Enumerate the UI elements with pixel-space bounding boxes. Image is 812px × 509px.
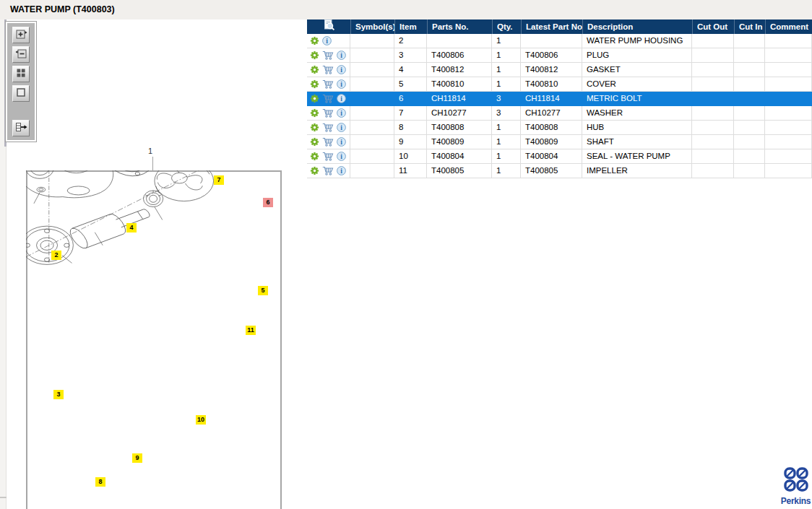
cell-symbols — [350, 92, 394, 106]
cell-parts-no: T400809 — [427, 135, 492, 149]
info-icon[interactable]: i — [337, 137, 346, 147]
callout-2[interactable]: 2 — [51, 251, 61, 260]
settings-gear-icon[interactable] — [310, 137, 319, 147]
table-row[interactable]: i 7 CH10277 3 CH10277 WASHER — [307, 106, 812, 121]
settings-gear-icon[interactable] — [310, 108, 319, 118]
callout-9[interactable]: 9 — [132, 453, 142, 463]
cart-icon[interactable] — [322, 166, 334, 175]
toggle-panel-button[interactable] — [12, 120, 30, 136]
table-row[interactable]: i 2 1 WATER PUMP HOUSING — [307, 34, 812, 48]
svg-text:i: i — [340, 52, 342, 59]
table-row[interactable]: i 5 T400810 1 T400810 COVER — [307, 77, 812, 92]
settings-gear-icon[interactable] — [310, 79, 319, 89]
cell-latest-part-no: CH10277 — [521, 106, 582, 121]
cell-comment — [765, 34, 812, 48]
cell-latest-part-no — [521, 34, 582, 48]
settings-gear-icon[interactable] — [310, 94, 319, 103]
cart-icon[interactable] — [322, 51, 334, 60]
column-header-tools — [307, 19, 350, 34]
full-view-button[interactable] — [12, 85, 30, 102]
callout-4[interactable]: 4 — [126, 223, 137, 232]
cell-comment — [765, 149, 812, 164]
zoom-in-button[interactable] — [12, 27, 30, 43]
zoom-out-button[interactable] — [12, 46, 30, 63]
settings-gear-icon[interactable] — [310, 152, 319, 161]
info-icon[interactable]: i — [337, 79, 346, 89]
info-icon[interactable]: i — [337, 51, 346, 60]
cell-description: WASHER — [582, 106, 692, 121]
cell-comment — [765, 135, 812, 149]
column-header-symbols: Symbol(s) — [350, 19, 394, 34]
cell-symbols — [350, 48, 394, 63]
cart-icon[interactable] — [322, 123, 334, 132]
cell-cut-in — [734, 164, 765, 178]
column-header-cut-out: Cut Out — [692, 19, 734, 34]
row-actions: i — [307, 92, 350, 106]
table-row[interactable]: i 11 T400805 1 T400805 IMPELLER — [307, 164, 812, 178]
info-icon[interactable]: i — [337, 123, 346, 132]
cell-cut-out — [692, 106, 734, 121]
zoom-to-fit-button[interactable] — [12, 66, 30, 82]
search-document-icon — [323, 19, 335, 34]
cell-description: PLUG — [582, 48, 692, 63]
info-icon[interactable]: i — [337, 65, 346, 74]
callout-7[interactable]: 7 — [214, 175, 224, 185]
settings-gear-icon[interactable] — [310, 166, 319, 175]
svg-text:i: i — [340, 95, 342, 103]
cell-qty: 1 — [492, 77, 521, 92]
row-actions: i — [307, 121, 350, 135]
table-row[interactable]: i 6 CH11814 3 CH11814 METRIC BOLT — [307, 92, 812, 106]
cell-latest-part-no: T400804 — [521, 149, 582, 164]
cell-parts-no: T400806 — [427, 48, 492, 63]
cell-description: SHAFT — [582, 135, 692, 149]
table-row[interactable]: i 4 T400812 1 T400812 GASKET — [307, 63, 812, 77]
cart-icon[interactable] — [322, 137, 334, 147]
settings-gear-icon[interactable] — [310, 65, 319, 74]
info-icon[interactable]: i — [322, 36, 332, 45]
cell-parts-no — [427, 34, 492, 48]
cart-icon[interactable] — [322, 108, 334, 118]
svg-text:i: i — [340, 110, 342, 117]
cell-item: 4 — [394, 63, 427, 77]
cell-parts-no: T400808 — [427, 121, 492, 135]
parts-catalog-window: WATER PUMP (T400803) 1 — [0, 0, 812, 509]
info-icon[interactable]: i — [337, 152, 346, 161]
svg-text:i: i — [326, 38, 328, 45]
cell-latest-part-no: CH11814 — [521, 92, 582, 106]
cart-icon[interactable] — [322, 94, 334, 103]
info-icon[interactable]: i — [337, 166, 346, 175]
cell-latest-part-no: T400809 — [521, 135, 582, 149]
cell-latest-part-no: T400812 — [521, 63, 582, 77]
cell-cut-in — [734, 63, 765, 77]
cell-item: 6 — [394, 92, 427, 106]
callout-8[interactable]: 8 — [95, 477, 105, 487]
cart-icon[interactable] — [322, 65, 334, 74]
table-row[interactable]: i 8 T400808 1 T400808 HUB — [307, 121, 812, 135]
cell-description: SEAL - WATER PUMP — [582, 149, 692, 164]
cart-icon[interactable] — [322, 152, 334, 161]
callout-3[interactable]: 3 — [53, 390, 64, 399]
settings-gear-icon[interactable] — [310, 51, 319, 60]
callout-6-selected[interactable]: 6 — [263, 198, 273, 207]
cell-latest-part-no: T400808 — [521, 121, 582, 135]
cell-cut-in — [734, 149, 765, 164]
table-row[interactable]: i 3 T400806 1 T400806 PLUG — [307, 48, 812, 63]
cell-symbols — [350, 106, 394, 121]
table-row[interactable]: i 9 T400809 1 T400809 SHAFT — [307, 135, 812, 149]
info-icon[interactable]: i — [337, 94, 346, 103]
column-header-parts-no: Parts No. — [427, 19, 492, 34]
callout-10[interactable]: 10 — [196, 415, 206, 425]
svg-text:i: i — [340, 153, 342, 160]
settings-gear-icon[interactable] — [310, 36, 319, 45]
table-row[interactable]: i 10 T400804 1 T400804 SEAL - WATER PUMP — [307, 149, 812, 164]
column-header-latest-part-no: Latest Part No. — [521, 19, 582, 34]
cell-cut-in — [734, 106, 765, 121]
cart-icon[interactable] — [322, 79, 334, 89]
svg-text:i: i — [340, 124, 342, 131]
callout-5[interactable]: 5 — [258, 286, 268, 295]
settings-gear-icon[interactable] — [310, 123, 319, 132]
cell-description: WATER PUMP HOUSING — [582, 34, 692, 48]
callout-11[interactable]: 11 — [246, 326, 256, 335]
info-icon[interactable]: i — [337, 108, 346, 118]
cell-parts-no: T400810 — [427, 77, 492, 92]
